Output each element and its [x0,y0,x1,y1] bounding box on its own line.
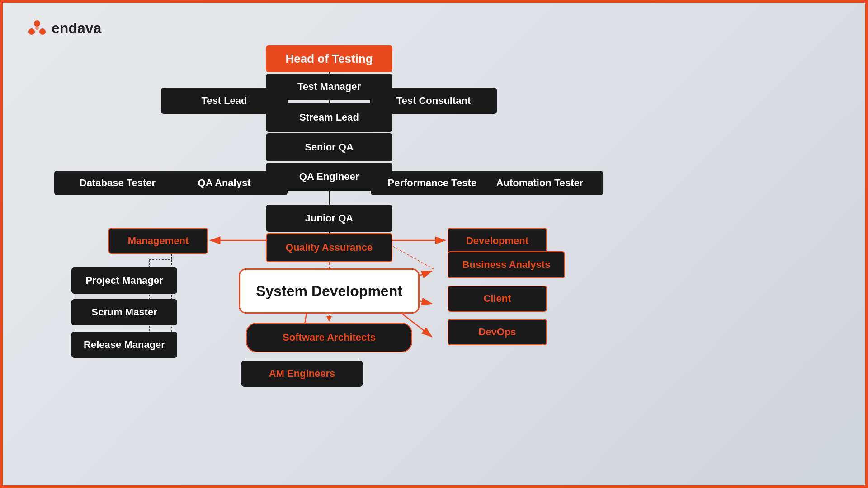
development-node: Development [448,228,547,254]
release-manager-node: Release Manager [71,332,177,358]
stream-lead-node: Stream Lead [266,103,392,132]
client-node: Client [448,286,547,312]
logo: endava [27,18,101,38]
endava-logo-icon [27,18,47,38]
scrum-master-node: Scrum Master [71,299,177,325]
am-engineers-node: AM Engineers [241,361,363,387]
business-analysts-node: Business Analysts [448,251,565,278]
logo-text: endava [52,20,101,37]
head-of-testing-node: Head of Testing [266,45,392,72]
svg-point-2 [39,28,46,35]
svg-marker-34 [326,316,332,322]
automation-tester-node: Automation Tester [476,171,603,195]
devops-node: DevOps [448,319,547,345]
management-node: Management [108,228,208,254]
svg-line-36 [389,244,434,269]
svg-point-0 [34,20,40,27]
quality-assurance-node: Quality Assurance [266,233,392,262]
junior-qa-node: Junior QA [266,205,392,232]
project-manager-node: Project Manager [71,267,177,294]
svg-point-1 [28,28,35,35]
system-development-node: System Development [239,268,420,314]
senior-qa-node: Senior QA [266,133,392,161]
software-architects-node: Software Architects [246,323,412,352]
svg-point-3 [35,26,39,30]
